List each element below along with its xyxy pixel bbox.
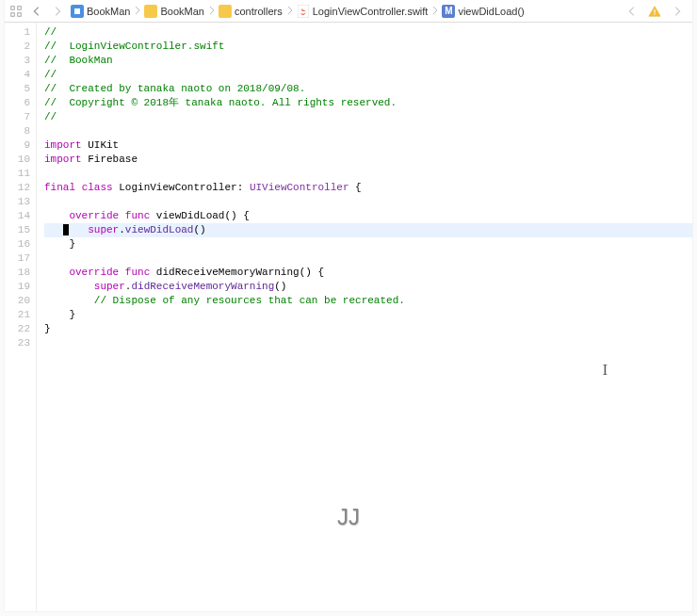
breadcrumb-label: controllers [235,6,283,17]
chevron-right-icon [51,5,64,18]
nav-back-button[interactable] [27,2,46,21]
breadcrumb-separator-icon [132,6,142,17]
grid-icon [9,5,23,18]
line-number: 18 [5,266,30,280]
breadcrumb-item[interactable]: controllers [217,5,284,18]
breadcrumb-item[interactable]: BookMan [142,5,205,18]
line-number: 19 [5,280,30,294]
line-number: 23 [5,336,30,350]
line-number: 4 [5,68,30,82]
code-line[interactable]: // [44,68,692,82]
line-number: 20 [5,294,30,308]
breadcrumb-label: LoginViewController.swift [313,6,429,17]
svg-rect-8 [654,9,655,13]
line-number: 1 [5,25,30,40]
line-number: 10 [5,153,30,167]
method-icon: M [442,5,455,18]
code-line[interactable]: // Created by tanaka naoto on 2018/09/08… [44,82,692,96]
line-number: 2 [5,40,30,54]
svg-rect-9 [654,13,655,14]
line-number: 15 [5,223,30,237]
svg-rect-3 [18,12,22,16]
keystroke-overlay: JJ [337,504,360,530]
related-items-button[interactable] [7,2,25,21]
svg-rect-2 [11,12,15,16]
line-number: 5 [5,82,30,96]
code-line[interactable]: super.didReceiveMemoryWarning() [44,280,692,294]
code-line[interactable]: import Firebase [44,153,692,167]
breadcrumb-separator-icon [430,6,440,17]
code-line[interactable]: } [44,237,692,251]
code-line[interactable]: } [44,322,692,336]
code-line[interactable]: // [44,110,692,124]
code-line[interactable]: override func didReceiveMemoryWarning() … [44,266,692,280]
code-line[interactable] [44,251,692,266]
line-number: 14 [5,209,30,223]
line-number: 16 [5,237,30,251]
svg-rect-0 [11,6,15,9]
line-number: 6 [5,96,30,110]
line-number: 11 [5,167,30,181]
code-line[interactable]: // Copyright © 2018年 tanaka naoto. All r… [44,96,692,110]
breadcrumb-item[interactable]: MviewDidLoad() [440,5,526,18]
svg-rect-6 [298,5,309,18]
code-line[interactable]: // LoginViewController.swift [44,40,692,54]
breadcrumb-item[interactable]: BookMan [69,5,132,18]
code-line[interactable] [44,167,692,181]
line-number: 13 [5,195,30,209]
breadcrumb-separator-icon [206,6,217,17]
code-line[interactable] [44,124,692,138]
line-number: 12 [5,181,30,195]
swift-file-icon [297,5,310,18]
code-line[interactable]: // [44,25,692,40]
line-number: 9 [5,138,30,153]
code-line[interactable]: override func viewDidLoad() { [44,209,692,223]
breadcrumb-item[interactable]: LoginViewController.swift [295,5,430,18]
line-number: 8 [5,124,30,138]
code-line[interactable]: import UIKit [44,138,692,153]
line-number: 22 [5,322,30,336]
breadcrumb-label: BookMan [160,6,203,17]
chevron-left-icon [30,5,43,18]
project-icon [71,5,84,18]
code-line[interactable] [44,336,692,350]
nav-forward-button[interactable] [48,2,67,21]
warning-icon [648,5,661,18]
line-number: 21 [5,308,30,322]
keystroke-text: JJ [337,504,360,530]
line-number: 7 [5,110,30,124]
line-number: 3 [5,54,30,68]
code-content[interactable]: //// LoginViewController.swift// BookMan… [37,23,692,611]
code-line[interactable]: super.viewDidLoad() [44,223,692,237]
code-line[interactable] [44,195,692,209]
folder-icon [219,5,232,18]
breadcrumb: BookManBookMancontrollersLoginViewContro… [69,5,621,18]
jump-bar: BookManBookMancontrollersLoginViewContro… [5,0,692,23]
breadcrumb-label: viewDidLoad() [458,6,524,17]
code-line[interactable]: // BookMan [44,54,692,68]
text-cursor-icon: I [603,362,608,379]
issue-next-button[interactable] [668,2,687,21]
svg-rect-5 [74,8,80,14]
folder-icon [144,5,157,18]
issue-nav [623,2,690,21]
line-gutter: 1234567891011121314151617181920212223 [5,23,37,611]
chevron-right-icon [671,5,684,18]
code-line[interactable]: } [44,308,692,322]
chevron-left-icon [625,5,639,18]
issue-prev-button[interactable] [623,2,641,21]
svg-rect-1 [18,6,22,9]
breadcrumb-separator-icon [284,6,295,17]
code-line[interactable]: final class LoginViewController: UIViewC… [44,181,692,195]
breadcrumb-label: BookMan [87,6,130,17]
line-number: 17 [5,251,30,266]
warnings-button[interactable] [645,2,664,21]
code-line[interactable]: // Dispose of any resources that can be … [44,294,692,308]
